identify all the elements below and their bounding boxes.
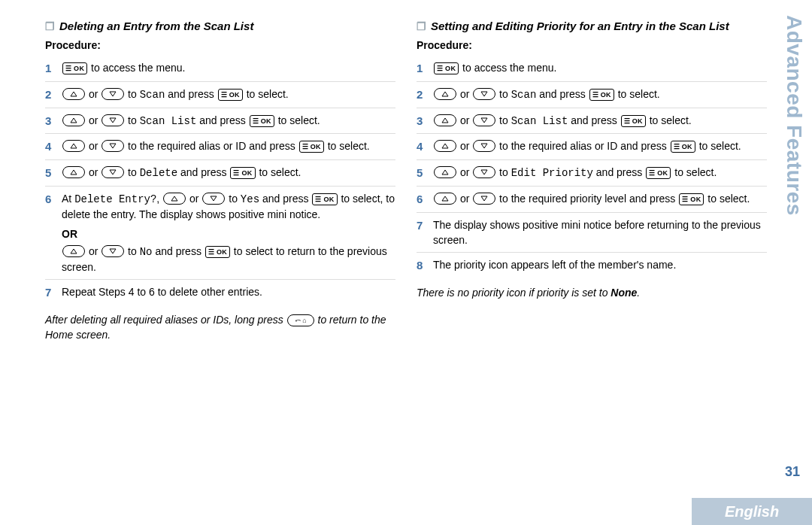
page-number: 31 (785, 464, 800, 480)
left-step-4: or to the required alias or ID and press… (45, 133, 395, 159)
down-key-icon (473, 193, 495, 205)
ok-key-icon: ☰ OK (621, 115, 646, 127)
up-key-icon (434, 140, 456, 152)
right-title-text: Setting and Editing Priority for an Entr… (431, 20, 729, 32)
down-key-icon (473, 114, 495, 126)
left-step-3: or to Scan List and press ☰ OK to select… (45, 108, 395, 134)
left-step-6: At Delete Entry?, or to Yes and press ☰ … (45, 186, 395, 279)
ok-key-icon: ☰ OK (671, 141, 695, 153)
svg-marker-13 (481, 92, 487, 96)
svg-marker-14 (442, 118, 448, 123)
right-procedure-label: Procedure: (417, 39, 767, 51)
right-step-2: or to Scan and press ☰ OK to select. (417, 81, 767, 108)
down-key-icon (473, 88, 495, 100)
svg-marker-10 (71, 249, 77, 253)
left-column: ❐ Deleting an Entry from the Scan List P… (45, 15, 395, 525)
right-step-1: ☰ OK to access the menu. (417, 56, 767, 81)
left-step-7: Repeat Steps 4 to 6 to delete other entr… (45, 279, 395, 305)
svg-marker-2 (71, 118, 77, 123)
up-key-icon (62, 140, 85, 152)
left-steps: ☰ OK to access the menu. or to Scan and … (45, 56, 395, 305)
ok-key-icon: ☰ OK (230, 167, 255, 179)
up-key-icon (62, 114, 85, 126)
ok-key-icon: ☰ OK (312, 193, 337, 205)
page-icon: ❐ (45, 20, 55, 33)
up-key-icon (434, 193, 456, 205)
svg-marker-15 (481, 118, 487, 123)
language-badge: English (692, 498, 812, 525)
svg-marker-12 (442, 92, 448, 96)
down-key-icon (102, 114, 124, 126)
svg-marker-1 (110, 92, 116, 96)
svg-marker-11 (110, 249, 116, 253)
svg-marker-8 (171, 196, 177, 201)
up-key-icon (434, 114, 456, 126)
or-label: OR (62, 226, 395, 241)
down-key-icon (102, 166, 124, 178)
up-key-icon (62, 88, 85, 100)
right-step-5: or to Edit Priority and press ☰ OK to se… (417, 159, 767, 186)
up-key-icon (434, 88, 456, 100)
right-section-title: ❐ Setting and Editing Priority for an En… (417, 20, 767, 33)
svg-marker-4 (71, 144, 77, 148)
ok-key-icon: ☰ OK (589, 89, 614, 101)
svg-marker-18 (442, 170, 448, 174)
down-key-icon (473, 166, 495, 178)
left-step-1: ☰ OK to access the menu. (45, 56, 395, 81)
right-step-4: or to the required alias or ID and press… (417, 133, 767, 159)
down-key-icon (473, 140, 495, 152)
right-steps: ☰ OK to access the menu. or to Scan and … (417, 56, 767, 278)
left-section-title: ❐ Deleting an Entry from the Scan List (45, 20, 395, 33)
ok-key-icon: ☰ OK (218, 89, 243, 101)
down-key-icon (102, 88, 124, 100)
left-step-5: or to Delete and press ☰ OK to select. (45, 159, 395, 186)
svg-marker-21 (481, 196, 487, 201)
down-key-icon (202, 193, 225, 205)
left-title-text: Deleting an Entry from the Scan List (59, 20, 253, 32)
ok-key-icon: ☰ OK (299, 141, 324, 153)
right-step-8: The priority icon appears left of the me… (417, 252, 767, 278)
up-key-icon (434, 166, 456, 178)
svg-marker-0 (71, 92, 77, 96)
down-key-icon (102, 140, 124, 152)
left-note: After deleting all required aliases or I… (45, 313, 395, 342)
svg-marker-7 (110, 170, 116, 174)
right-column: ❐ Setting and Editing Priority for an En… (417, 15, 767, 525)
svg-marker-6 (71, 170, 77, 174)
ok-key-icon: ☰ OK (434, 62, 459, 74)
up-key-icon (62, 166, 85, 178)
left-step-2: or to Scan and press ☰ OK to select. (45, 81, 395, 108)
svg-marker-20 (442, 196, 448, 201)
up-key-icon (163, 193, 186, 205)
left-procedure-label: Procedure: (45, 39, 395, 51)
page: ❐ Deleting an Entry from the Scan List P… (0, 0, 812, 525)
home-key-icon: ⤺ ⌂ (287, 314, 314, 326)
right-step-6: or to the required priority level and pr… (417, 186, 767, 212)
svg-marker-17 (481, 144, 487, 148)
svg-marker-16 (442, 144, 448, 148)
right-step-3: or to Scan List and press ☰ OK to select… (417, 108, 767, 134)
chapter-sidebar-title: Advanced Features (782, 15, 806, 216)
svg-marker-3 (110, 118, 116, 123)
ok-key-icon: ☰ OK (205, 246, 230, 258)
svg-marker-19 (481, 170, 487, 174)
up-key-icon (62, 245, 85, 257)
down-key-icon (102, 245, 124, 257)
page-icon: ❐ (417, 20, 426, 33)
ok-key-icon: ☰ OK (62, 62, 87, 74)
right-note: There is no priority icon if priority is… (417, 286, 767, 301)
ok-key-icon: ☰ OK (679, 193, 704, 205)
ok-key-icon: ☰ OK (646, 167, 671, 179)
svg-marker-9 (211, 196, 217, 201)
ok-key-icon: ☰ OK (250, 115, 274, 127)
svg-marker-5 (110, 144, 116, 148)
right-step-7: The display shows positive mini notice b… (417, 212, 767, 253)
